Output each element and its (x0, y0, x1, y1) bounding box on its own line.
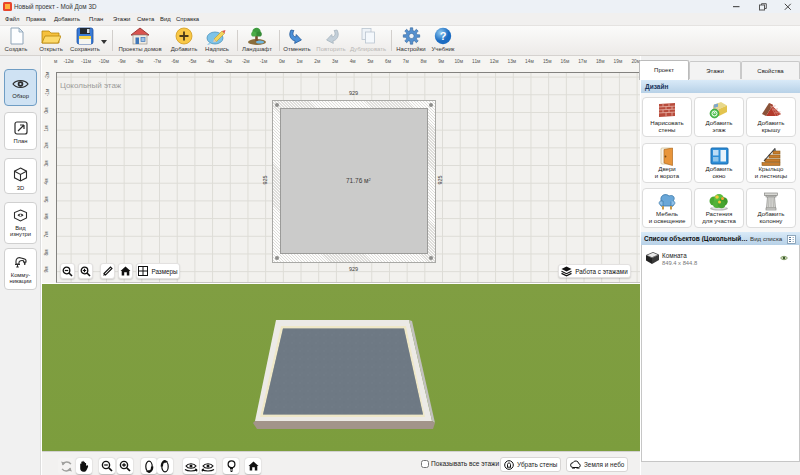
svg-text:?: ? (440, 30, 447, 42)
